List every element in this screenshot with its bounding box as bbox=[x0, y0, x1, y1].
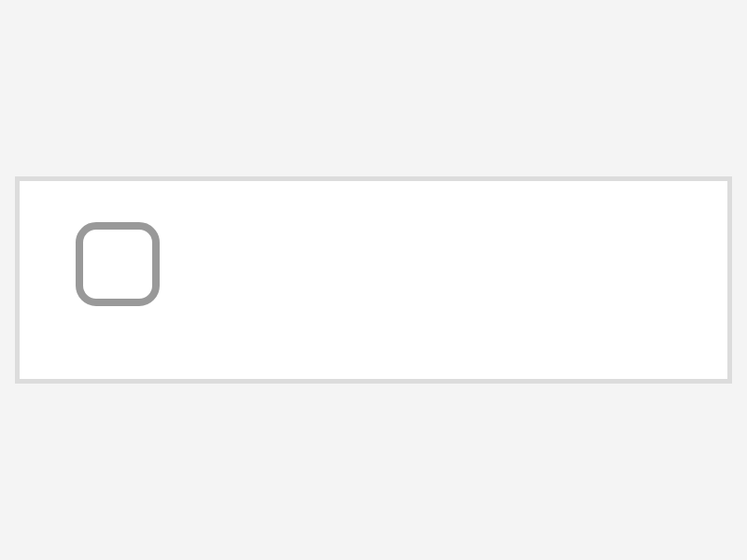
content-panel bbox=[15, 176, 732, 384]
rounded-square-icon bbox=[76, 222, 160, 306]
